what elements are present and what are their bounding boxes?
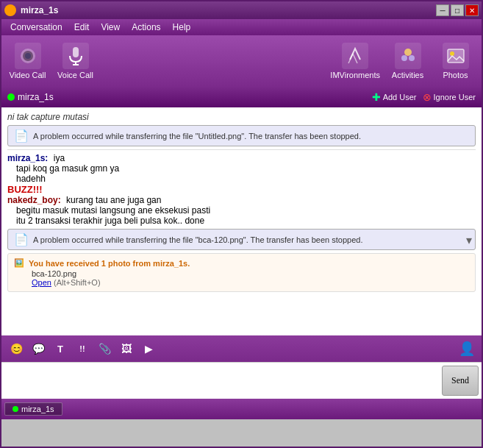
transfer-notice-2: 📄 A problem occurred while transferring … xyxy=(7,229,476,250)
message-3: hadehh xyxy=(7,174,476,184)
chat-username: mirza_1s xyxy=(18,92,54,102)
menu-actions[interactable]: Actions xyxy=(126,21,166,34)
main-window: mirza_1s ─ □ ✕ Conversation Edit View Ac… xyxy=(0,0,483,448)
emoji-bar: 😊 💬 T !! 📎 🖼 ▶ 👤 xyxy=(1,335,482,362)
close-button[interactable]: ✕ xyxy=(465,4,479,16)
taskbar-item-mirza[interactable]: mirza_1s xyxy=(4,402,62,416)
sender-4: nakedz_boy: xyxy=(7,195,61,205)
menu-bar: Conversation Edit View Actions Help xyxy=(1,19,482,35)
message-2: tapi koq ga masuk gmn ya xyxy=(7,163,476,174)
separator-1 xyxy=(7,149,476,150)
chat-messages[interactable]: ni tak capture mutasi 📄 A problem occurr… xyxy=(1,107,482,335)
imvironments-label: IMVironments xyxy=(330,71,380,79)
file-received-header: 🖼️ You have received 1 photo from mirza_… xyxy=(14,258,469,268)
svg-rect-3 xyxy=(73,47,79,57)
transfer-icon-1: 📄 xyxy=(14,129,29,143)
transfer-error-2-text: A problem occurred while transferring th… xyxy=(33,235,362,244)
svg-point-7 xyxy=(409,55,415,61)
title-bar-left: mirza_1s xyxy=(4,4,58,16)
activities-icon xyxy=(395,43,421,69)
text-format-button[interactable]: T xyxy=(51,340,69,358)
ignore-icon: ⊗ xyxy=(423,91,432,103)
status-dot xyxy=(7,93,15,101)
svg-point-2 xyxy=(25,53,31,59)
imvironments-icon xyxy=(342,43,368,69)
send-button[interactable]: Send xyxy=(442,366,479,396)
photos-icon xyxy=(443,43,469,69)
voice-call-label: Voice Call xyxy=(57,71,93,79)
ignore-user-label: Ignore User xyxy=(434,93,476,102)
play-button[interactable]: ▶ xyxy=(140,340,157,358)
sender-1: mirza_1s: xyxy=(7,153,48,163)
photos-label: Photos xyxy=(443,71,468,79)
photos-button[interactable]: Photos xyxy=(435,43,476,79)
file-received-name: bca-120.png xyxy=(14,269,469,278)
menu-view[interactable]: View xyxy=(95,21,126,34)
minimize-button[interactable]: ─ xyxy=(436,4,449,16)
toolbar-right: IMVironments Activities xyxy=(330,43,476,79)
msg-text-4: kurang tau ane juga gan xyxy=(66,195,161,205)
svg-point-6 xyxy=(404,49,412,56)
message-6: itu 2 transaksi terakhir juga beli pulsa… xyxy=(7,216,476,226)
msg-text-5: begitu masuk mutasi langsung ane eksekus… xyxy=(16,205,210,216)
file-received-notice: You have received 1 photo from mirza_1s. xyxy=(29,259,190,268)
image-button[interactable]: 🖼 xyxy=(118,340,135,358)
menu-edit[interactable]: Edit xyxy=(68,21,96,34)
chat-input-field[interactable] xyxy=(1,363,439,399)
taskbar: mirza_1s xyxy=(1,399,482,419)
ignore-user-button[interactable]: ⊗ Ignore User xyxy=(423,91,476,103)
buzz-message: BUZZ!!! xyxy=(7,184,476,195)
chat-bubble-button[interactable]: 💬 xyxy=(29,340,47,358)
window-title: mirza_1s xyxy=(21,5,58,15)
transfer-icon-2: 📄 xyxy=(14,232,29,246)
maximize-button[interactable]: □ xyxy=(451,4,464,16)
msg-text-2: tapi koq ga masuk gmn ya xyxy=(16,163,119,174)
taskbar-status-dot xyxy=(12,406,18,412)
transfer-error-1-text: A problem occurred while transferring th… xyxy=(33,132,361,141)
open-link[interactable]: Open xyxy=(32,278,51,287)
file-received-open: Open (Alt+Shift+O) xyxy=(14,278,469,287)
chat-container: ni tak capture mutasi 📄 A problem occurr… xyxy=(1,107,482,335)
collapse-button[interactable]: ▾ xyxy=(466,232,472,246)
input-area: Send xyxy=(1,362,482,399)
typed-text: ni tak capture mutasi xyxy=(7,112,476,122)
imvironments-button[interactable]: IMVironments xyxy=(330,43,380,79)
file-received: 🖼️ You have received 1 photo from mirza_… xyxy=(7,253,476,292)
voice-call-icon xyxy=(62,43,89,69)
alert-button[interactable]: !! xyxy=(74,340,91,358)
msg-text-1: iya xyxy=(54,153,65,163)
menu-help[interactable]: Help xyxy=(167,21,197,34)
user-bar: mirza_1s ✚ Add User ⊗ Ignore User xyxy=(1,87,482,107)
message-5: begitu masuk mutasi langsung ane eksekus… xyxy=(7,205,476,216)
activities-label: Activities xyxy=(392,71,423,79)
title-bar: mirza_1s ─ □ ✕ xyxy=(1,1,482,19)
message-1: mirza_1s: iya xyxy=(7,153,476,163)
app-icon xyxy=(4,4,16,16)
emoji-button[interactable]: 😊 xyxy=(7,340,25,358)
video-call-label: Video Call xyxy=(10,71,46,79)
activities-button[interactable]: Activities xyxy=(387,43,428,79)
taskbar-label: mirza_1s xyxy=(21,405,54,413)
svg-rect-9 xyxy=(448,49,464,63)
transfer-notice-1: 📄 A problem occurred while transferring … xyxy=(7,125,476,146)
msg-text-3: hadehh xyxy=(16,174,46,184)
video-call-button[interactable]: Video Call xyxy=(7,43,48,79)
user-icon-button[interactable]: 👤 xyxy=(458,340,476,358)
video-call-icon xyxy=(15,43,41,69)
file-received-icon: 🖼️ xyxy=(14,258,24,268)
voice-call-button[interactable]: Voice Call xyxy=(55,43,96,79)
message-4: nakedz_boy: kurang tau ane juga gan xyxy=(7,195,476,205)
title-bar-controls: ─ □ ✕ xyxy=(436,4,479,16)
add-user-button[interactable]: ✚ Add User xyxy=(372,91,417,103)
menu-conversation[interactable]: Conversation xyxy=(4,21,68,34)
add-icon: ✚ xyxy=(372,91,381,103)
msg-text-6: itu 2 transaksi terakhir juga beli pulsa… xyxy=(16,216,204,226)
user-bar-right: ✚ Add User ⊗ Ignore User xyxy=(372,91,476,103)
open-shortcut: (Alt+Shift+O) xyxy=(54,278,101,287)
add-user-label: Add User xyxy=(383,93,417,102)
toolbar: Video Call Voice Call xyxy=(1,35,482,87)
user-bar-left: mirza_1s xyxy=(7,92,372,102)
svg-point-8 xyxy=(401,55,407,61)
attach-button[interactable]: 📎 xyxy=(96,340,113,358)
